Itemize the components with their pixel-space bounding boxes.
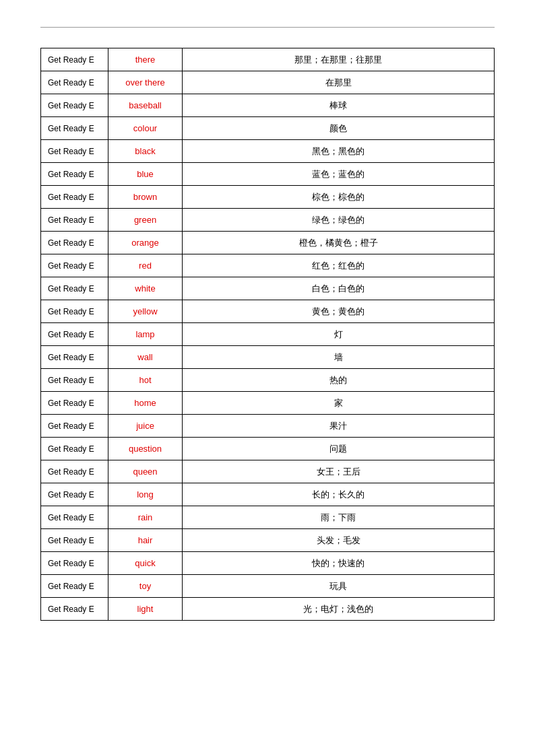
table-row: Get Ready Ehome家 [41,392,495,415]
meaning-cell: 女王；王后 [183,460,495,483]
table-row: Get Ready Egreen绿色；绿色的 [41,209,495,232]
book-cell: Get Ready E [41,140,108,163]
table-row: Get Ready Ecolour颜色 [41,117,495,140]
table-row: Get Ready Ewall墙 [41,346,495,369]
book-cell: Get Ready E [41,598,108,621]
table-row: Get Ready Etoy玩具 [41,575,495,598]
word-cell: orange [108,232,183,254]
word-cell: toy [108,575,183,598]
word-cell: hot [108,369,183,392]
table-row: Get Ready Equick快的；快速的 [41,552,495,575]
meaning-cell: 光；电灯；浅色的 [183,598,495,621]
table-row: Get Ready Elamp灯 [41,323,495,346]
book-cell: Get Ready E [41,460,108,483]
meaning-cell: 家 [183,392,495,415]
table-row: Get Ready Ehot热的 [41,369,495,392]
meaning-cell: 蓝色；蓝色的 [183,163,495,186]
book-cell: Get Ready E [41,552,108,575]
table-row: Get Ready Ethere那里；在那里；往那里 [41,48,495,71]
word-cell: green [108,209,183,232]
word-cell: home [108,392,183,415]
meaning-cell: 棕色；棕色的 [183,186,495,209]
word-cell: there [108,48,183,71]
meaning-cell: 玩具 [183,575,495,598]
meaning-cell: 绿色；绿色的 [183,209,495,232]
book-cell: Get Ready E [41,323,108,346]
meaning-cell: 头发；毛发 [183,529,495,552]
book-cell: Get Ready E [41,369,108,392]
meaning-cell: 墙 [183,346,495,369]
book-cell: Get Ready E [41,48,108,71]
meaning-cell: 白色；白色的 [183,277,495,300]
word-cell: baseball [108,94,183,117]
table-row: Get Ready Ebaseball棒球 [41,94,495,117]
meaning-cell: 雨；下雨 [183,506,495,529]
word-cell: blue [108,163,183,186]
word-cell: light [108,598,183,621]
table-row: Get Ready Ewhite白色；白色的 [41,277,495,300]
word-cell: over there [108,71,183,94]
book-cell: Get Ready E [41,209,108,232]
word-cell: queen [108,460,183,483]
vocabulary-table: Get Ready Ethere那里；在那里；往那里Get Ready Eove… [40,48,495,621]
meaning-cell: 橙色，橘黄色；橙子 [183,232,495,254]
word-cell: white [108,277,183,300]
word-cell: long [108,483,183,506]
table-row: Get Ready Eblack黑色；黑色的 [41,140,495,163]
table-row: Get Ready Elight光；电灯；浅色的 [41,598,495,621]
table-row: Get Ready Equestion问题 [41,438,495,460]
word-cell: wall [108,346,183,369]
word-cell: question [108,438,183,460]
word-cell: lamp [108,323,183,346]
table-row: Get Ready Eorange橙色，橘黄色；橙子 [41,232,495,254]
meaning-cell: 棒球 [183,94,495,117]
meaning-cell: 问题 [183,438,495,460]
book-cell: Get Ready E [41,506,108,529]
book-cell: Get Ready E [41,163,108,186]
book-cell: Get Ready E [41,300,108,323]
word-cell: black [108,140,183,163]
book-cell: Get Ready E [41,94,108,117]
book-cell: Get Ready E [41,71,108,94]
meaning-cell: 果汁 [183,415,495,438]
meaning-cell: 那里；在那里；往那里 [183,48,495,71]
book-cell: Get Ready E [41,277,108,300]
book-cell: Get Ready E [41,529,108,552]
word-cell: rain [108,506,183,529]
table-row: Get Ready Eblue蓝色；蓝色的 [41,163,495,186]
table-row: Get Ready Ehair头发；毛发 [41,529,495,552]
book-cell: Get Ready E [41,232,108,254]
table-row: Get Ready Ered红色；红色的 [41,254,495,277]
meaning-cell: 热的 [183,369,495,392]
book-cell: Get Ready E [41,254,108,277]
word-cell: colour [108,117,183,140]
book-cell: Get Ready E [41,483,108,506]
word-cell: quick [108,552,183,575]
table-row: Get Ready Erain雨；下雨 [41,506,495,529]
meaning-cell: 黄色；黄色的 [183,300,495,323]
word-cell: red [108,254,183,277]
book-cell: Get Ready E [41,117,108,140]
book-cell: Get Ready E [41,392,108,415]
word-cell: hair [108,529,183,552]
table-row: Get Ready Eyellow黄色；黄色的 [41,300,495,323]
meaning-cell: 颜色 [183,117,495,140]
word-cell: yellow [108,300,183,323]
word-cell: juice [108,415,183,438]
table-row: Get Ready Ejuice果汁 [41,415,495,438]
table-row: Get Ready Equeen女王；王后 [41,460,495,483]
meaning-cell: 在那里 [183,71,495,94]
table-row: Get Ready Ebrown棕色；棕色的 [41,186,495,209]
word-cell: brown [108,186,183,209]
table-row: Get Ready Eover there在那里 [41,71,495,94]
book-cell: Get Ready E [41,575,108,598]
meaning-cell: 长的；长久的 [183,483,495,506]
book-cell: Get Ready E [41,346,108,369]
top-divider [40,27,495,28]
book-cell: Get Ready E [41,438,108,460]
meaning-cell: 灯 [183,323,495,346]
meaning-cell: 快的；快速的 [183,552,495,575]
table-row: Get Ready Elong长的；长久的 [41,483,495,506]
meaning-cell: 红色；红色的 [183,254,495,277]
book-cell: Get Ready E [41,415,108,438]
